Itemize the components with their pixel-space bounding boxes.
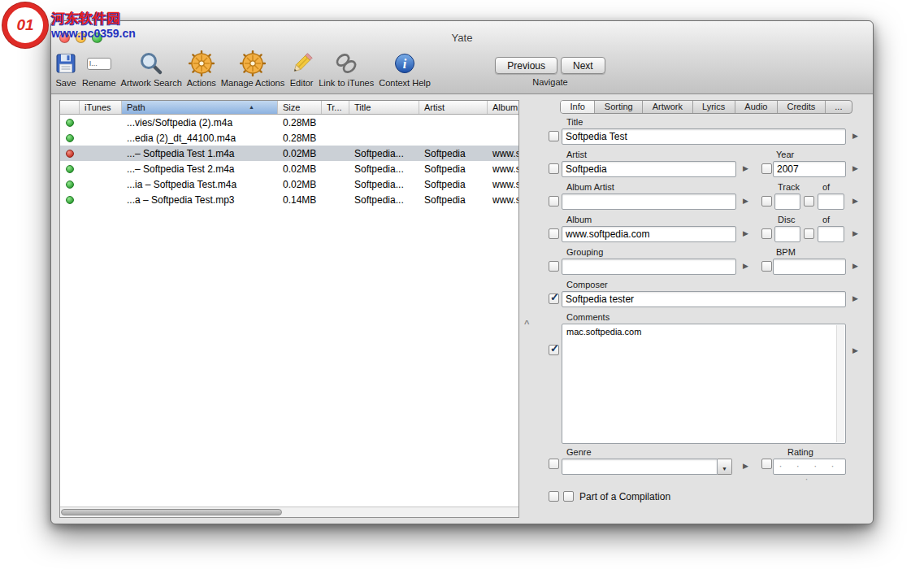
disc-action-arrow-icon[interactable] [852,229,858,237]
tab-credits[interactable]: Credits [778,101,826,113]
album-action-arrow-icon[interactable] [743,229,748,237]
disc-of-label: of [822,215,830,224]
horizontal-scrollbar[interactable] [60,507,518,517]
composer-enable-checkbox[interactable] [549,294,559,304]
compilation-enable-checkbox[interactable] [549,491,559,502]
year-field[interactable] [773,161,846,177]
info-icon: i [393,50,416,77]
track-of-field[interactable] [818,193,844,210]
yate-window: Yate Save I... [50,20,874,524]
file-row[interactable]: ...a – Softpedia Test.mp3 0.14MB Softped… [60,192,518,207]
track-of-enable-checkbox[interactable] [804,196,814,207]
file-row[interactable]: ...vies/Softpedia (2).m4a 0.28MB [60,115,518,130]
comments-field[interactable]: mac.softpedia.com [562,324,846,444]
tab-info[interactable]: Info [561,101,595,113]
cell-itunes [80,176,122,192]
track-action-arrow-icon[interactable] [852,197,858,205]
actions-button[interactable]: Actions [187,50,216,88]
editor-tabs: Info Sorting Artwork Lyrics Audio Credit… [560,100,852,114]
bpm-enable-checkbox[interactable] [761,261,772,272]
context-help-button[interactable]: i Context Help [379,50,431,88]
cell-itunes [80,146,122,161]
cell-album: www.s... [488,192,518,207]
tab-lyrics[interactable]: Lyrics [693,101,735,113]
column-header-album[interactable]: Album [488,101,518,114]
disc-of-enable-checkbox[interactable] [804,228,814,239]
genre-field[interactable] [562,459,718,475]
bpm-action-arrow-icon[interactable] [852,262,858,270]
year-action-arrow-icon[interactable] [852,164,858,172]
comments-scrollbar[interactable] [836,325,844,442]
cell-track [322,161,349,176]
rename-icon: I... [87,50,111,77]
bpm-field[interactable] [773,259,846,275]
tab-sorting[interactable]: Sorting [595,101,643,113]
cell-artist: Softpedia [419,176,488,192]
grouping-label: Grouping [566,247,603,257]
artist-field[interactable] [562,161,736,177]
cell-track [322,115,349,130]
tab-artwork[interactable]: Artwork [643,101,692,113]
scrollbar-thumb[interactable] [61,509,282,515]
column-header-artist[interactable]: Artist [419,101,488,114]
album-artist-field[interactable] [562,193,736,210]
title-field[interactable] [562,128,846,145]
rename-button[interactable]: I... Rename [82,50,116,88]
rating-enable-checkbox[interactable] [761,459,772,469]
track-field[interactable] [774,193,800,210]
next-button[interactable]: Next [561,57,605,74]
genre-action-arrow-icon[interactable] [743,462,748,470]
save-button[interactable]: Save [54,50,77,88]
grouping-enable-checkbox[interactable] [549,261,559,272]
album-enable-checkbox[interactable] [549,228,559,239]
column-header-itunes[interactable]: iTunes [80,101,122,114]
grouping-action-arrow-icon[interactable] [743,262,748,270]
column-header-track[interactable]: Tr... [322,101,349,114]
editor-button[interactable]: Editor [289,50,314,88]
genre-enable-checkbox[interactable] [549,459,559,469]
site-logo: 01 [2,2,48,48]
compilation-label: Part of a Compilation [579,491,670,502]
composer-field[interactable] [562,291,846,307]
artist-enable-checkbox[interactable] [549,163,559,174]
artwork-search-button[interactable]: Artwork Search [121,50,182,88]
album-artist-enable-checkbox[interactable] [549,196,559,207]
column-header-size[interactable]: Size [278,101,322,114]
file-row[interactable]: ...edia (2)_dt_44100.m4a 0.28MB [60,130,518,146]
column-header-title[interactable]: Title [349,101,419,114]
file-row[interactable]: ...– Softpedia Test 2.m4a 0.02MB Softped… [60,161,518,176]
comments-enable-checkbox[interactable] [549,345,559,355]
compilation-checkbox[interactable] [563,491,574,502]
artist-action-arrow-icon[interactable] [743,164,748,172]
column-header-path[interactable]: Path [122,101,278,114]
previous-button[interactable]: Previous [495,57,557,74]
year-enable-checkbox[interactable] [761,163,772,174]
genre-dropdown-button[interactable] [718,459,732,475]
divider-handle[interactable]: ^ [524,319,529,328]
comments-label: Comments [566,312,609,322]
comments-action-arrow-icon[interactable] [852,346,858,354]
tab-more[interactable]: ... [826,101,852,113]
tag-editor-panel: Info Sorting Artwork Lyrics Audio Credit… [544,94,869,524]
grouping-field[interactable] [562,259,736,275]
rating-field[interactable] [773,459,846,475]
album-label: Album [566,215,592,224]
cell-path: ...vies/Softpedia (2).m4a [122,115,278,130]
album-field[interactable] [562,226,736,242]
file-row[interactable]: ...ia – Softpedia Test.m4a 0.02MB Softpe… [60,176,518,192]
rename-label: Rename [82,78,116,88]
disc-field[interactable] [774,226,800,242]
tab-audio[interactable]: Audio [735,101,778,113]
track-enable-checkbox[interactable] [761,196,772,207]
title-enable-checkbox[interactable] [549,131,559,141]
title-action-arrow-icon[interactable] [852,132,858,140]
disc-of-field[interactable] [818,226,844,242]
file-row-selected[interactable]: ...– Softpedia Test 1.m4a 0.02MB Softped… [60,146,518,161]
manage-actions-button[interactable]: Manage Actions [221,50,284,88]
disc-enable-checkbox[interactable] [761,228,772,239]
artist-label: Artist [566,150,587,159]
album-artist-action-arrow-icon[interactable] [743,197,748,205]
column-header-status[interactable] [60,101,80,114]
link-to-itunes-button[interactable]: Link to iTunes [319,50,374,88]
composer-action-arrow-icon[interactable] [852,294,858,302]
